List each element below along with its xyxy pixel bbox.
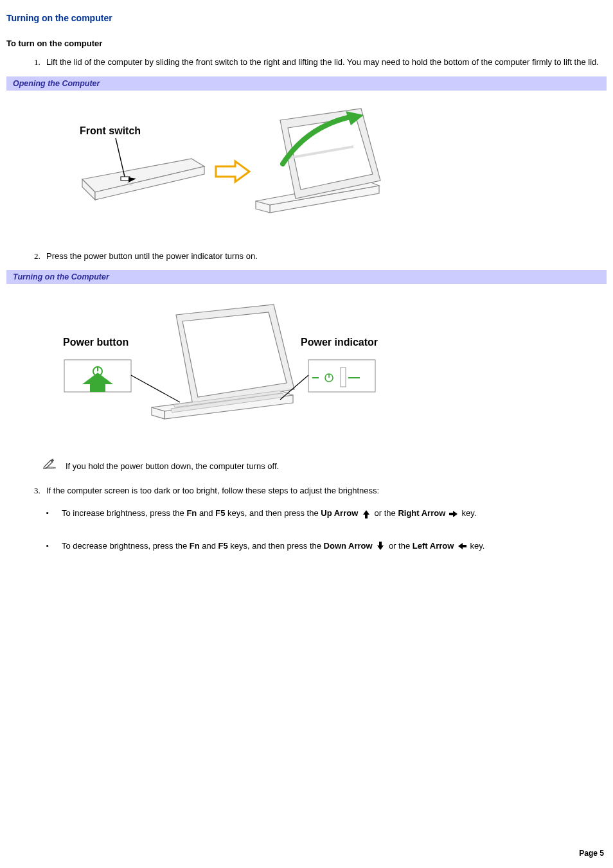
key-left: Left Arrow xyxy=(413,541,454,551)
svg-rect-5 xyxy=(121,177,130,181)
txt: key. xyxy=(470,541,485,551)
svg-marker-7 xyxy=(216,161,249,182)
arrow-down-icon xyxy=(375,540,386,552)
txt: To decrease brightness, press the xyxy=(62,541,190,551)
note-pencil-icon xyxy=(42,457,57,473)
figure-opening: Front switch ✎ xyxy=(6,94,607,250)
step-1-text: Lift the lid of the computer by sliding … xyxy=(46,57,599,67)
bullet-increase: To increase brightness, press the Fn and… xyxy=(46,506,607,522)
laptop-power-diagram-icon xyxy=(51,296,411,430)
svg-rect-30 xyxy=(341,368,346,387)
svg-line-26 xyxy=(131,375,180,402)
key-up: Up Arrow xyxy=(321,508,358,518)
arrow-left-icon xyxy=(456,540,468,552)
txt: and xyxy=(200,541,218,551)
txt: To increase brightness, press the xyxy=(62,508,186,518)
txt: and xyxy=(197,508,215,518)
key-fn: Fn xyxy=(186,508,197,518)
txt: or the xyxy=(389,541,413,551)
key-down: Down Arrow xyxy=(324,541,373,551)
step-3-text: If the computer screen is too dark or to… xyxy=(46,486,379,495)
label-power-button: Power button xyxy=(63,337,129,348)
laptop-open-diagram-icon: ✎ xyxy=(51,102,386,231)
txt: keys, and then press the xyxy=(225,508,321,518)
step-2: Press the power button until the power i… xyxy=(42,250,607,263)
subheading: To turn on the computer xyxy=(6,39,607,48)
txt: or the xyxy=(375,508,398,518)
txt: keys, and then press the xyxy=(228,541,324,551)
txt: key. xyxy=(462,508,477,518)
figure-power: Power button Power indicator xyxy=(6,288,607,450)
note-text: If you hold the power button down, the c… xyxy=(66,460,279,473)
figure-2-caption: Turning on the Computer xyxy=(6,270,607,284)
step-2-text: Press the power button until the power i… xyxy=(46,251,258,261)
key-right: Right Arrow xyxy=(398,508,445,518)
svg-line-4 xyxy=(116,138,125,177)
label-power-indicator: Power indicator xyxy=(301,337,378,348)
page-title: Turning on the computer xyxy=(6,13,607,23)
key-f5: F5 xyxy=(218,541,228,551)
figure-1-caption: Opening the Computer xyxy=(6,76,607,91)
note-row: If you hold the power button down, the c… xyxy=(6,457,607,473)
page-number: Page 5 xyxy=(579,849,604,858)
key-fn: Fn xyxy=(190,541,200,551)
label-front-switch: Front switch xyxy=(80,125,141,137)
arrow-up-icon xyxy=(360,508,372,520)
key-f5: F5 xyxy=(215,508,225,518)
arrow-right-icon xyxy=(448,508,459,520)
svg-marker-19 xyxy=(182,312,287,397)
bullet-decrease: To decrease brightness, press the Fn and… xyxy=(46,538,607,554)
step-1: Lift the lid of the computer by sliding … xyxy=(42,56,607,69)
step-3: If the computer screen is too dark or to… xyxy=(42,484,607,497)
